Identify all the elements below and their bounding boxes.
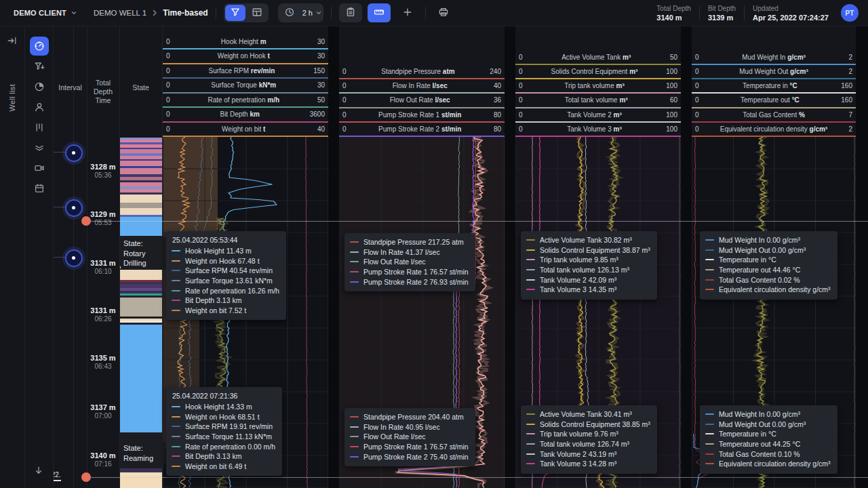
person-icon[interactable] (30, 98, 49, 117)
add-button[interactable] (397, 5, 418, 21)
curve-scale-row[interactable]: 0 Total Gas Content % 7 (692, 108, 856, 123)
depth-time-label: 3140 m 07:16 (86, 451, 120, 468)
curve-scale-row[interactable]: 0 Flow In Rate l/sec 40 (339, 79, 505, 94)
gauge-icon[interactable] (30, 37, 49, 56)
tooltip-text: Temperature out 44.25 °C (719, 440, 800, 448)
curve-scale-row[interactable]: 0 Hook Height m 30 (163, 35, 328, 50)
interval-marker[interactable] (65, 144, 83, 162)
camera-icon[interactable] (30, 159, 49, 178)
state-stripe (120, 270, 162, 280)
curve-scale-row[interactable]: 0 Trip tank volume m³ 100 (515, 79, 681, 94)
curve-scale-row[interactable]: 0 Weight on Hook t 30 (163, 49, 328, 64)
curve-scale-row[interactable]: 0 Bit Depth km 3600 (163, 108, 328, 123)
well-list-label[interactable]: Well list (8, 84, 16, 111)
curve-name: Active Volume Tank m³ (523, 54, 670, 61)
curve-color-dash (172, 416, 180, 418)
scale-max: 160 (841, 96, 852, 104)
curve-scale-row[interactable]: 0 Standpipe Pressure atm 240 (339, 65, 505, 79)
layers-down-icon[interactable] (30, 138, 49, 157)
crosshair-line (86, 477, 868, 478)
tooltip-row: Flow Out Rate l/sec (350, 432, 469, 442)
breadcrumb-well[interactable]: DEMO WELL 1 (94, 9, 146, 17)
curve-scale-row[interactable]: 0 Surface RPM rev/min 150 (163, 64, 328, 79)
tooltip-text: Standpipe Pressure 204.40 atm (363, 413, 464, 421)
tooltip-text: Weight on bit 6.49 t (185, 462, 246, 470)
tooltip-text: Flow In Rate 40.95 l/sec (363, 423, 440, 431)
chevron-down-icon[interactable] (71, 9, 77, 16)
tooltip-row: Bit Depth 3.13 km (172, 296, 279, 306)
state-stripe (120, 472, 162, 488)
curve-color-dash (172, 250, 180, 251)
avatar[interactable]: PT (841, 4, 859, 22)
curve-color-dash (172, 446, 180, 447)
print-button[interactable] (433, 5, 454, 21)
curve-scale-row[interactable]: 0 Mud Weight Out g/cm³ 2 (692, 65, 856, 79)
interval-marker[interactable] (65, 249, 83, 267)
pie-clock-icon[interactable] (30, 77, 49, 96)
curve-scale-row[interactable]: 0 Pump Stroke Rate 2 st/min 80 (339, 123, 505, 137)
columns-icon[interactable] (30, 118, 49, 137)
tooltip-row: Mud Weight In 0.00 g/cm³ (705, 409, 831, 420)
tooltip-text: Surface RPM 40.54 rev/min (185, 266, 273, 274)
time-value: 06:26 (86, 315, 120, 323)
curve-scale-row[interactable]: 0 Tank Volume 3 m³ 100 (515, 123, 681, 137)
tooltip-text: Solids Control Equipment 38.87 m³ (540, 246, 650, 254)
scale-max: 30 (317, 81, 325, 89)
plus-icon (402, 7, 413, 19)
tooltip-timestamp: 25.04.2022 07:21:36 (172, 392, 275, 400)
curve-scale-row[interactable]: 0 Weight on bit t 40 (163, 123, 328, 138)
curve-scale-row[interactable]: 0 Rate of penetration m/h 50 (163, 94, 328, 108)
curve-color-dash (705, 269, 714, 270)
curve-name: Standpipe Pressure atm (347, 68, 490, 75)
tooltip-text: Mud Weight Out 0.00 g/cm³ (719, 246, 806, 254)
expand-panel-icon[interactable] (7, 35, 18, 47)
clipboard-icon (345, 7, 356, 19)
data-tooltip: 25.04.2022 07:21:36 Hook Height 14.33 m … (166, 387, 282, 476)
curve-scale-row[interactable]: 0 Active Volume Tank m³ 50 (515, 51, 681, 65)
curve-scale-row[interactable]: 0 Temperature out °C 160 (692, 94, 856, 108)
curve-name: Mud Weight In g/cm³ (699, 54, 849, 61)
curve-name: Hook Height m (170, 38, 317, 45)
tooltip-text: Flow Out Rate l/sec (363, 258, 426, 266)
interval-marker[interactable] (65, 199, 83, 217)
table-view-button[interactable] (247, 5, 267, 21)
curve-scale-row[interactable]: 0 Mud Weight In g/cm³ 2 (692, 51, 856, 65)
column-header-state: State (119, 83, 162, 92)
curve-scale-row[interactable]: 0 Equivalent circulation density g/cm³ 2 (692, 123, 856, 137)
curve-scale-row[interactable]: 0 Pump Stroke Rate 1 st/min 80 (339, 108, 505, 123)
filter-button[interactable] (225, 5, 245, 21)
curve-scale-row[interactable]: 0 Solids Control Equipment m³ 100 (515, 65, 681, 79)
state-annotation: State: Rotary Drilling (121, 237, 165, 270)
data-tooltip: Standpipe Pressure 204.40 atm Flow In Ra… (344, 408, 475, 466)
state-annotation: State: Reaming (121, 442, 165, 464)
column-header-interval: Interval (54, 83, 87, 92)
time-range-selector[interactable]: 2 h (278, 3, 323, 22)
scale-max: 2 (848, 125, 852, 133)
tooltip-text: Total Gas Content 0.02 % (719, 276, 800, 284)
depth-value: 3140 m (86, 451, 120, 460)
depth-value: 3135 m (86, 354, 120, 362)
curve-color-dash (350, 271, 359, 272)
tooltip-row: Total Gas Content 0.02 % (705, 274, 831, 285)
tooltip-row: Surface RPM 40.54 rev/min (172, 266, 279, 276)
divider (331, 7, 332, 19)
filter-clock-icon[interactable] (30, 57, 49, 76)
curve-color-dash (172, 406, 180, 407)
curve-scale-row[interactable]: 0 Surface Torque kN*m 30 (163, 79, 328, 94)
curve-name: Solids Control Equipment m³ (523, 68, 667, 75)
ruler-button[interactable] (368, 3, 391, 22)
depth-time-label: 3128 m 05:36 (86, 163, 120, 179)
tooltip-row: Total tank volume 126.74 m³ (526, 439, 650, 449)
curve-scale-row[interactable]: 0 Total tank volume m³ 60 (515, 94, 681, 108)
column-header-depth-time: Total Depth Time (88, 79, 118, 105)
scroll-down-icon[interactable] (33, 465, 44, 477)
curve-scale-row[interactable]: 0 Tank Volume 2 m³ 100 (515, 108, 681, 123)
curve-color-dash (350, 261, 359, 262)
curve-scale-row[interactable]: 0 Temperature in °C 160 (692, 79, 856, 94)
report-button[interactable] (339, 3, 362, 22)
client-selector[interactable]: DEMO CLIENT (14, 9, 66, 17)
calendar-icon[interactable] (30, 179, 49, 198)
curve-scale-row[interactable]: 0 Flow Out Rate l/sec 36 (339, 94, 505, 108)
tooltip-text: Tank Volume 2 43.19 m³ (540, 450, 616, 458)
curve-color-dash (172, 290, 180, 291)
